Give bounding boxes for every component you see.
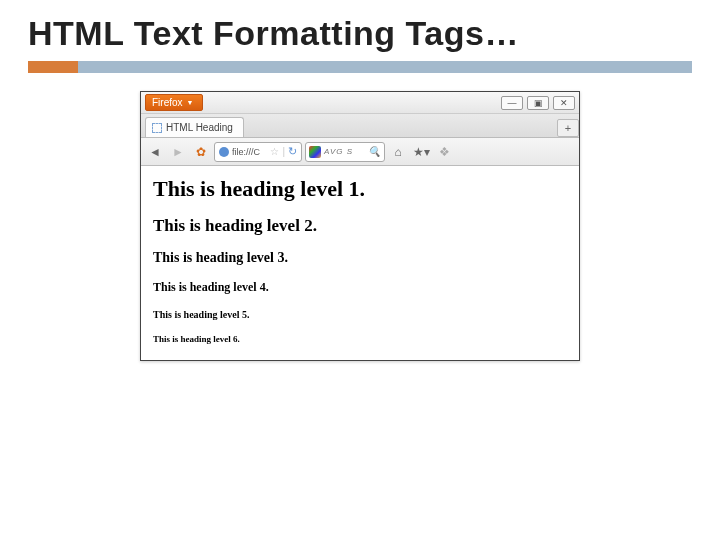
tab-bar: HTML Heading +: [141, 114, 579, 138]
heading-6: This is heading level 6.: [153, 334, 567, 344]
tab-html-heading[interactable]: HTML Heading: [145, 117, 244, 137]
page-icon: [152, 123, 162, 133]
bookmarks-button[interactable]: ★▾: [411, 142, 431, 162]
forward-button[interactable]: ►: [168, 142, 188, 162]
firefox-home-icon[interactable]: ✿: [191, 142, 211, 162]
browser-window: Firefox ▼ — ▣ ✕ HTML Heading + ◄ ► ✿ fil…: [140, 91, 580, 361]
tab-label: HTML Heading: [166, 122, 233, 133]
heading-2: This is heading level 2.: [153, 216, 567, 236]
heading-1: This is heading level 1.: [153, 176, 567, 202]
minimize-button[interactable]: —: [501, 96, 523, 110]
window-controls: — ▣ ✕: [501, 96, 579, 110]
firefox-label: Firefox: [152, 97, 183, 108]
feed-button[interactable]: ❖: [434, 142, 454, 162]
titlebar: Firefox ▼ — ▣ ✕: [141, 92, 579, 114]
globe-icon: [219, 147, 229, 157]
back-button[interactable]: ◄: [145, 142, 165, 162]
divider: |: [282, 146, 285, 157]
toolbar: ◄ ► ✿ file:///C ☆ | ↻ AVG S 🔍 ⌂ ★▾ ❖: [141, 138, 579, 166]
firefox-menu-button[interactable]: Firefox ▼: [145, 94, 203, 111]
heading-5: This is heading level 5.: [153, 309, 567, 320]
dropdown-icon: ▼: [187, 99, 194, 106]
accent-blue: [78, 61, 692, 73]
heading-3: This is heading level 3.: [153, 250, 567, 266]
accent-bar: [28, 61, 692, 73]
close-button[interactable]: ✕: [553, 96, 575, 110]
slide-title: HTML Text Formatting Tags…: [0, 0, 720, 61]
url-bar[interactable]: file:///C ☆ | ↻: [214, 142, 302, 162]
search-placeholder: AVG S: [324, 147, 353, 156]
maximize-button[interactable]: ▣: [527, 96, 549, 110]
reload-icon[interactable]: ↻: [288, 145, 297, 158]
page-viewport: This is heading level 1. This is heading…: [141, 166, 579, 360]
heading-4: This is heading level 4.: [153, 280, 567, 295]
home-button[interactable]: ⌂: [388, 142, 408, 162]
accent-orange: [28, 61, 78, 73]
url-text: file:///C: [232, 147, 260, 157]
new-tab-button[interactable]: +: [557, 119, 579, 137]
search-icon[interactable]: 🔍: [368, 146, 381, 157]
search-bar[interactable]: AVG S 🔍: [305, 142, 385, 162]
avg-logo-icon: [309, 146, 321, 158]
bookmark-star-icon[interactable]: ☆: [270, 146, 279, 157]
